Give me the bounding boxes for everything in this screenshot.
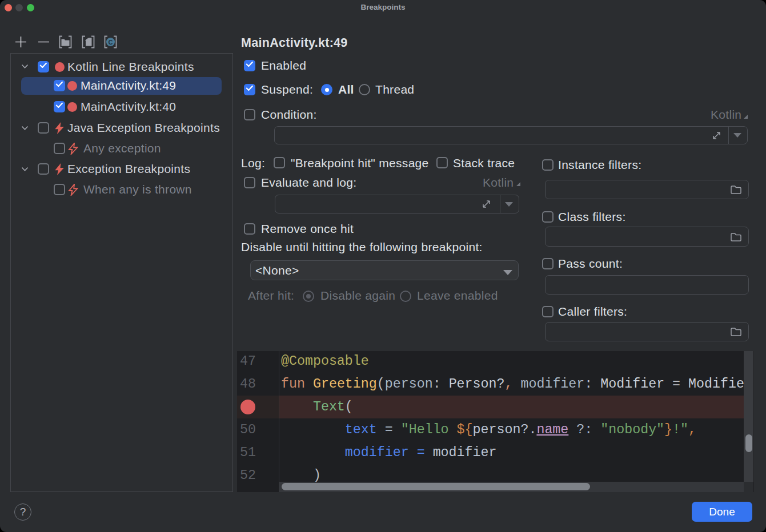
svg-text:C: C [109,39,113,46]
